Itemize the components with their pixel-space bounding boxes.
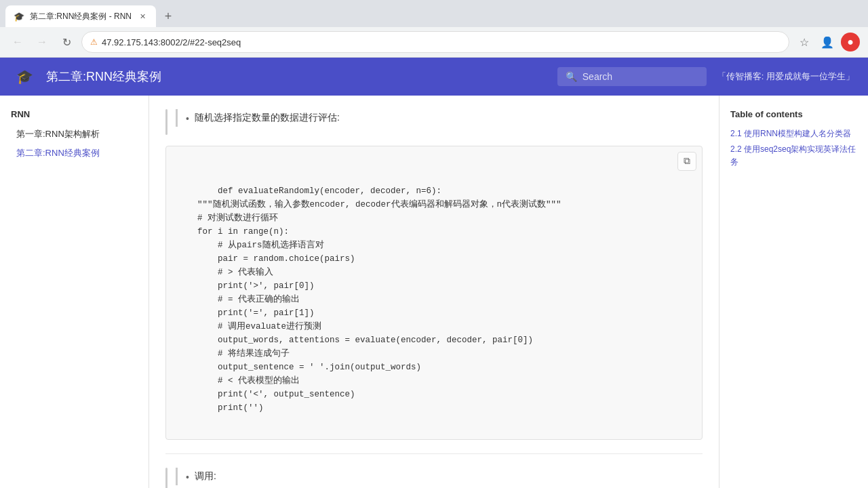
search-bar[interactable]: 🔍 Search xyxy=(557,67,707,86)
search-icon: 🔍 xyxy=(566,71,577,82)
browser-actions: ☆ 👤 ● xyxy=(795,33,860,52)
bullet-dot: • xyxy=(186,113,189,124)
code-block-1: ⧉ def evaluateRandomly(encoder, decoder,… xyxy=(165,146,703,440)
bullet-dot-2: • xyxy=(186,472,189,483)
content-area: • 随机选择指定数量的数据进行评估: ⧉ def evaluateRandoml… xyxy=(149,96,719,488)
profile-button[interactable]: 👤 xyxy=(818,33,837,52)
table-of-contents: Table of contents 2.1 使用RNN模型构建人名分类器 2.2… xyxy=(719,96,868,488)
bullet-text-1: 随机选择指定数量的数据进行评估: xyxy=(195,112,340,124)
sidebar-item-chapter1[interactable]: 第一章:RNN架构解析 xyxy=(11,125,138,144)
header-tagline: 「传智播客: 用爱成就每一位学生」 xyxy=(717,70,854,83)
toc-item-2[interactable]: 2.2 使用seq2seq架构实现英译法任务 xyxy=(730,143,857,169)
section-content-1: • 随机选择指定数量的数据进行评估: xyxy=(176,109,703,135)
content-block-1: • 随机选择指定数量的数据进行评估: ⧉ def evaluateRandoml… xyxy=(165,109,703,454)
sidebar: RNN 第一章:RNN架构解析 第二章:RNN经典案例 xyxy=(0,96,149,488)
main-layout: RNN 第一章:RNN架构解析 第二章:RNN经典案例 • 随机选择指定数量的数… xyxy=(0,96,868,488)
url-bar[interactable]: ⚠ 47.92.175.143:8002/2/#22-seq2seq xyxy=(81,31,789,53)
reload-button[interactable]: ↻ xyxy=(57,33,76,52)
toc-item-1[interactable]: 2.1 使用RNN模型构建人名分类器 xyxy=(730,127,857,140)
search-placeholder: Search xyxy=(583,71,612,82)
address-bar: ← → ↻ ⚠ 47.92.175.143:8002/2/#22-seq2seq… xyxy=(0,27,868,57)
bullet-text-2: 调用: xyxy=(195,470,216,483)
tab-title: 第二章:RNN经典案例 - RNN xyxy=(30,11,132,22)
app-logo: 🎓 xyxy=(14,66,35,87)
tab-favicon: 🎓 xyxy=(14,11,24,22)
bullet-item-1: • 随机选择指定数量的数据进行评估: xyxy=(176,109,703,127)
code-text-1: def evaluateRandomly(encoder, decoder, n… xyxy=(177,186,561,413)
section-content-2: • 调用: xyxy=(176,468,703,488)
section-bar-2 xyxy=(165,468,167,488)
sidebar-section-title: RNN xyxy=(11,109,138,119)
tab-bar: 🎓 第二章:RNN经典案例 - RNN ✕ + xyxy=(0,0,868,27)
app-header: 🎓 第二章:RNN经典案例 🔍 Search 「传智播客: 用爱成就每一位学生」 xyxy=(0,58,868,96)
toc-title: Table of contents xyxy=(730,109,857,119)
back-button[interactable]: ← xyxy=(8,33,27,52)
section-bar xyxy=(165,109,167,135)
copy-button-1[interactable]: ⧉ xyxy=(677,152,696,171)
content-block-2: • 调用: ⧉ # 调用evaluateRandomly进行模型测试，将编码器对… xyxy=(165,468,703,488)
tab-close-button[interactable]: ✕ xyxy=(137,11,148,22)
bullet-section-2: • 调用: xyxy=(165,468,703,488)
bullet-item-2: • 调用: xyxy=(176,468,703,485)
bullet-section-1: • 随机选择指定数量的数据进行评估: xyxy=(165,109,703,135)
browser-chrome: 🎓 第二章:RNN经典案例 - RNN ✕ + ← → ↻ ⚠ 47.92.17… xyxy=(0,0,868,58)
forward-button[interactable]: → xyxy=(33,33,52,52)
bookmark-button[interactable]: ☆ xyxy=(795,33,814,52)
sidebar-item-chapter2[interactable]: 第二章:RNN经典案例 xyxy=(11,144,138,163)
app-title: 第二章:RNN经典案例 xyxy=(46,68,547,85)
security-icon: ⚠ xyxy=(90,37,98,47)
url-text: 47.92.175.143:8002/2/#22-seq2seq xyxy=(102,37,781,47)
extension-button[interactable]: ● xyxy=(841,33,860,52)
active-tab[interactable]: 🎓 第二章:RNN经典案例 - RNN ✕ xyxy=(5,5,156,27)
new-tab-button[interactable]: + xyxy=(159,7,178,26)
